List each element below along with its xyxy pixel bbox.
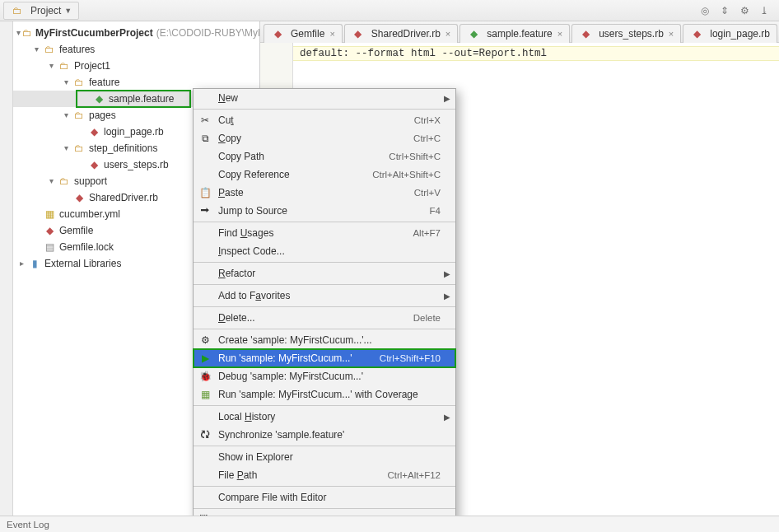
menu-label: Synchronize 'sample.feature' — [217, 429, 441, 441]
shortcut: Ctrl+Alt+Shift+C — [372, 170, 441, 180]
tab-login-page[interactable]: ◆ login_page.rb — [683, 24, 777, 43]
copy-icon: ⧉ — [194, 133, 217, 144]
menu-compare-with-editor[interactable]: Compare File with Editor — [194, 488, 455, 506]
feature-file-icon: ◆ — [92, 92, 105, 105]
gem-file-icon: ◆ — [43, 224, 56, 237]
folder-icon: 🗀 — [58, 59, 71, 72]
close-icon[interactable]: × — [329, 29, 334, 39]
menu-label: Run 'sample: MyFirstCucum...' — [217, 352, 380, 364]
chevron-right-icon[interactable]: ▸ — [16, 259, 26, 268]
menu-file-path[interactable]: File Path Ctrl+Alt+F12 — [194, 466, 455, 484]
menu-inspect-code[interactable]: Inspect Code... — [194, 242, 455, 260]
tree-label: cucumber.yml — [59, 208, 120, 220]
chevron-down-icon[interactable]: ▾ — [46, 61, 56, 71]
ruby-file-icon: ◆ — [352, 27, 365, 40]
tree-label: Gemfile — [59, 225, 93, 236]
menu-delete[interactable]: Delete... Delete — [194, 309, 455, 327]
menu-cut[interactable]: ✂ Cut Ctrl+X — [194, 111, 455, 129]
editor-line-1: default: --format html --out=Report.html — [300, 48, 547, 59]
gear-icon[interactable]: ⚙ — [738, 5, 751, 16]
menu-synchronize[interactable]: 🗘 Synchronize 'sample.feature' — [194, 426, 455, 444]
tree-label: login_page.rb — [104, 126, 164, 138]
sync-icon: 🗘 — [194, 429, 217, 441]
chevron-down-icon[interactable]: ▾ — [61, 77, 71, 87]
folder-icon: 🗀 — [72, 142, 86, 155]
tree-label: support — [74, 175, 107, 187]
tab-label: users_steps.rb — [599, 28, 664, 40]
chevron-down-icon[interactable]: ▾ — [46, 176, 56, 186]
tree-label: External Libraries — [44, 258, 121, 269]
ruby-file-icon: ◆ — [87, 125, 100, 138]
context-menu: New ▶ ✂ Cut Ctrl+X ⧉ Copy Ctrl+C Copy Pa… — [193, 88, 456, 532]
ruby-file-icon: ◆ — [690, 27, 703, 40]
yml-file-icon: ▦ — [43, 208, 56, 221]
ruby-file-icon: ◆ — [87, 158, 100, 171]
menu-create-run-config[interactable]: ⚙ Create 'sample: MyFirstCucum...'... — [194, 331, 455, 349]
menu-new[interactable]: New ▶ — [194, 89, 455, 107]
target-icon[interactable]: ◎ — [698, 5, 711, 16]
tree-features[interactable]: ▾ 🗀 features — [13, 41, 259, 58]
chevron-down-icon[interactable]: ▾ — [31, 44, 41, 54]
shortcut: Ctrl+Shift+C — [389, 152, 441, 161]
tree-label: pages — [89, 110, 116, 121]
tree-label: features — [59, 44, 95, 55]
chevron-down-icon[interactable]: ▾ — [61, 110, 71, 120]
shortcut: Ctrl+Shift+F10 — [380, 353, 441, 363]
close-icon[interactable]: × — [669, 29, 674, 39]
jump-icon: ⮕ — [194, 205, 217, 217]
tree-root[interactable]: ▾ 🗀 MyFirstCucumberProject (E:\CODOID-RU… — [13, 25, 259, 41]
menu-copy-path[interactable]: Copy Path Ctrl+Shift+C — [194, 147, 455, 166]
tree-label: Project1 — [74, 60, 110, 72]
project-dropdown[interactable]: 🗀 Project ▼ — [3, 2, 79, 20]
close-icon[interactable]: × — [445, 29, 450, 39]
menu-add-to-favorites[interactable]: Add to Favorites ▶ — [194, 287, 455, 305]
menu-label: Debug 'sample: MyFirstCucum...' — [217, 371, 441, 382]
chevron-down-icon[interactable]: ▾ — [16, 28, 21, 38]
menu-local-history[interactable]: Local History ▶ — [194, 408, 455, 426]
menu-copy[interactable]: ⧉ Copy Ctrl+C — [194, 129, 455, 147]
collapse-icon[interactable]: ⇕ — [718, 5, 731, 16]
chevron-down-icon[interactable]: ▾ — [61, 143, 71, 153]
tab-sample-feature[interactable]: ◆ sample.feature × — [459, 24, 570, 43]
toolbar-icons: ◎ ⇕ ⚙ ⥕ — [698, 5, 776, 16]
folder-icon: 🗀 — [72, 109, 86, 122]
folder-icon: 🗀 — [22, 26, 32, 40]
menu-jump-to-source[interactable]: ⮕ Jump to Source F4 — [194, 202, 455, 220]
library-icon: ▮ — [28, 257, 41, 270]
project-toolbar: 🗀 Project ▼ ◎ ⇕ ⚙ ⥕ — [0, 0, 779, 21]
tree-root-label: MyFirstCucumberProject — [35, 27, 153, 39]
menu-debug[interactable]: 🐞 Debug 'sample: MyFirstCucum...' — [194, 367, 455, 385]
project-dropdown-label: Project — [30, 5, 61, 16]
menu-paste[interactable]: 📋 Paste Ctrl+V — [194, 184, 455, 202]
chevron-down-icon: ▼ — [64, 7, 72, 15]
menu-refactor[interactable]: Refactor ▶ — [194, 264, 455, 282]
tree-label: feature — [89, 77, 119, 88]
menu-show-in-explorer[interactable]: Show in Explorer — [194, 448, 455, 466]
hide-icon[interactable]: ⥕ — [758, 5, 771, 16]
shortcut: F4 — [430, 206, 441, 216]
sidebar-strip — [0, 21, 13, 516]
status-event-log[interactable]: Event Log — [7, 520, 49, 530]
menu-find-usages[interactable]: Find Usages Alt+F7 — [194, 224, 455, 242]
tree-label: step_definitions — [89, 142, 157, 154]
tab-label: sample.feature — [487, 28, 552, 40]
tree-label: SharedDriver.rb — [89, 192, 158, 203]
tab-users-steps[interactable]: ◆ users_steps.rb × — [571, 24, 681, 43]
menu-label: Create 'sample: MyFirstCucum...'... — [217, 334, 441, 346]
tab-shareddriver[interactable]: ◆ SharedDriver.rb × — [344, 24, 458, 43]
menu-run[interactable]: ▶ Run 'sample: MyFirstCucum...' Ctrl+Shi… — [194, 349, 455, 367]
menu-label: Show in Explorer — [217, 451, 441, 463]
status-bar: Event Log — [0, 516, 779, 532]
close-icon[interactable]: × — [557, 29, 562, 39]
run-config-icon: ⚙ — [194, 334, 217, 346]
menu-label: Run 'sample: MyFirstCucum...' with Cover… — [217, 389, 441, 400]
paste-icon: 📋 — [194, 187, 217, 198]
tab-gemfile[interactable]: ◆ Gemfile × — [264, 24, 343, 43]
folder-icon: 🗀 — [43, 43, 56, 56]
tree-project1[interactable]: ▾ 🗀 Project1 — [13, 58, 259, 74]
selected-highlight: ◆ sample.feature — [76, 90, 191, 108]
feature-file-icon: ◆ — [467, 27, 480, 40]
menu-run-coverage[interactable]: ▦ Run 'sample: MyFirstCucum...' with Cov… — [194, 385, 455, 404]
menu-copy-reference[interactable]: Copy Reference Ctrl+Alt+Shift+C — [194, 166, 455, 184]
lock-file-icon: ▤ — [43, 240, 56, 254]
